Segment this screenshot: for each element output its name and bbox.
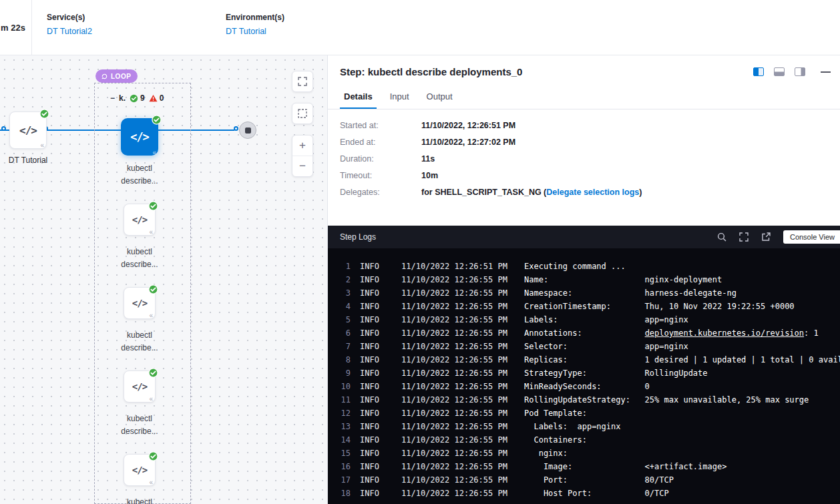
log-message: RollingUpdateStrategy: 25% max unavailab… (524, 393, 809, 407)
step-node[interactable]: </> « (124, 370, 156, 403)
collapse-group-button[interactable]: − (110, 93, 115, 103)
step-label-line2: describe... (107, 425, 172, 438)
success-count-badge: 9 (130, 93, 145, 103)
delegate-selection-logs-link[interactable]: Delegate selection logs (546, 188, 639, 197)
step-node[interactable]: </> « (124, 204, 156, 236)
log-line: 11INFO11/10/2022 12:26:55 PMRollingUpdat… (328, 393, 840, 407)
environments-link[interactable]: DT Tutorial (226, 27, 284, 36)
detail-label: Ended at: (340, 138, 421, 147)
log-message: Annotations: deployment.kubernetes.io/re… (524, 326, 819, 340)
log-open-new-tab-button[interactable] (761, 232, 771, 242)
tab-output[interactable]: Output (423, 86, 457, 109)
app-window: m 22s Service(s) DT Tutorial2 Environmen… (0, 0, 840, 504)
log-line: 9INFO11/10/2022 12:26:55 PMStrategyType:… (328, 366, 840, 380)
success-count: 9 (140, 93, 145, 103)
code-icon: </> (132, 214, 147, 225)
zoom-control-group: + − (292, 135, 313, 177)
tab-input[interactable]: Input (386, 86, 413, 109)
detail-label: Started at: (340, 121, 421, 130)
detail-label: Timeout: (340, 171, 421, 180)
log-message: Labels: app=nginx (524, 420, 621, 433)
log-line: 6INFO11/10/2022 12:26:55 PMAnnotations: … (328, 326, 840, 340)
log-message: Image: <+artifact.image> (524, 460, 726, 473)
pipeline-end-node (239, 121, 256, 139)
log-line: 8INFO11/10/2022 12:26:55 PMReplicas: 1 d… (328, 353, 840, 366)
step-label-line1: kubectl (107, 496, 172, 504)
log-lines[interactable]: 1INFO11/10/2022 12:26:51 PMExecuting com… (328, 248, 840, 504)
tab-details[interactable]: Details (340, 86, 377, 109)
layout-bottom-view-icon[interactable] (774, 67, 785, 76)
detail-row-ended: Ended at: 11/10/2022, 12:27:02 PM (340, 138, 828, 147)
delegates-suffix: ) (639, 188, 642, 197)
success-check-icon (148, 368, 158, 378)
step-node-label: kubectl describe... (107, 496, 172, 504)
search-icon (717, 232, 726, 242)
delegates-prefix: for SHELL_SCRIPT_TASK_NG ( (421, 188, 546, 197)
layout-right-view-icon[interactable] (795, 67, 805, 76)
loop-group-header: − k. 9 0 (110, 93, 164, 103)
step-node-label: kubectl describe... (107, 246, 172, 271)
node-chip-icon: « (149, 479, 153, 486)
step-label-line1: kubectl (107, 329, 172, 342)
step-node[interactable]: </> « (124, 454, 156, 486)
code-icon: </> (132, 381, 147, 392)
step-node[interactable]: </> « (124, 287, 156, 319)
zoom-in-button[interactable]: + (292, 136, 312, 156)
step-logs-title: Step Logs (340, 232, 376, 242)
zoom-out-button[interactable]: − (292, 156, 312, 176)
loop-icon (101, 73, 108, 80)
code-icon: </> (19, 124, 37, 137)
step-label-line2: describe... (107, 258, 172, 271)
node-chip-icon: « (149, 312, 153, 319)
expand-icon (739, 232, 749, 242)
log-search-button[interactable] (717, 232, 726, 242)
step-label-line1: kubectl (107, 413, 172, 425)
error-count: 0 (160, 93, 164, 103)
log-message: Executing command ... (524, 260, 626, 273)
log-fullscreen-button[interactable] (739, 232, 749, 242)
detail-row-delegates: Delegates: for SHELL_SCRIPT_TASK_NG (Del… (340, 188, 828, 197)
fit-to-screen-button[interactable] (292, 71, 313, 92)
error-count-badge: 0 (149, 93, 164, 103)
log-line: 17INFO11/10/2022 12:26:55 PM Port: 80/TC… (328, 473, 840, 487)
success-check-icon (148, 451, 158, 461)
console-view-toggle[interactable]: Console View (783, 230, 840, 244)
layout-split-view-icon[interactable] (753, 67, 764, 76)
node-chip-icon: « (40, 142, 44, 149)
log-message: StrategyType: RollingUpdate (524, 366, 708, 380)
detail-value: for SHELL_SCRIPT_TASK_NG (Delegate selec… (421, 188, 642, 197)
log-message: Name: nginx-deployment (524, 273, 722, 286)
log-message: Host Port: 0/TCP (524, 487, 669, 500)
detail-rows: Started at: 11/10/2022, 12:26:51 PM Ende… (328, 109, 840, 204)
detail-row-timeout: Timeout: 10m (340, 171, 828, 180)
environments-block: Environment(s) DT Tutorial (226, 0, 284, 55)
log-message: CreationTimestamp: Thu, 10 Nov 2022 19:2… (524, 300, 795, 313)
step-title: Step: kubectl describe deployments_0 (340, 66, 753, 77)
services-link[interactable]: DT Tutorial2 (47, 27, 211, 36)
external-link-icon (761, 232, 771, 242)
connector-port (1, 126, 6, 131)
connector-port (234, 126, 238, 131)
step-node-label: kubectl describe... (107, 162, 172, 188)
step-label-line2: describe... (107, 175, 172, 188)
step-node-label: kubectl describe... (107, 329, 172, 354)
minimize-panel-button[interactable] (821, 71, 831, 73)
pipeline-canvas[interactable]: LOOP − k. 9 0 (0, 55, 327, 504)
log-line: 1INFO11/10/2022 12:26:51 PMExecuting com… (328, 260, 840, 273)
execution-topbar: m 22s Service(s) DT Tutorial2 Environmen… (0, 0, 840, 55)
stage-node-dt-tutorial[interactable]: </> « (9, 111, 47, 149)
log-link[interactable]: deployment.kubernetes.io/revision (645, 328, 804, 338)
success-check-icon (152, 115, 162, 125)
zoom-to-selection-button[interactable] (292, 103, 313, 124)
log-line: 13INFO11/10/2022 12:26:55 PM Labels: app… (328, 420, 840, 433)
step-label-line1: kubectl (107, 246, 172, 258)
stop-icon (245, 128, 251, 134)
log-line: 3INFO11/10/2022 12:26:55 PMNamespace: ha… (328, 286, 840, 300)
step-logs-header: Step Logs (328, 226, 840, 248)
node-chip-icon: « (152, 150, 156, 156)
step-node-selected[interactable]: </> « (121, 118, 158, 156)
log-line: 4INFO11/10/2022 12:26:55 PMCreationTimes… (328, 300, 840, 313)
success-check-icon (148, 201, 158, 211)
detail-value: 11/10/2022, 12:26:51 PM (421, 121, 515, 130)
detail-value: 11s (421, 154, 435, 164)
